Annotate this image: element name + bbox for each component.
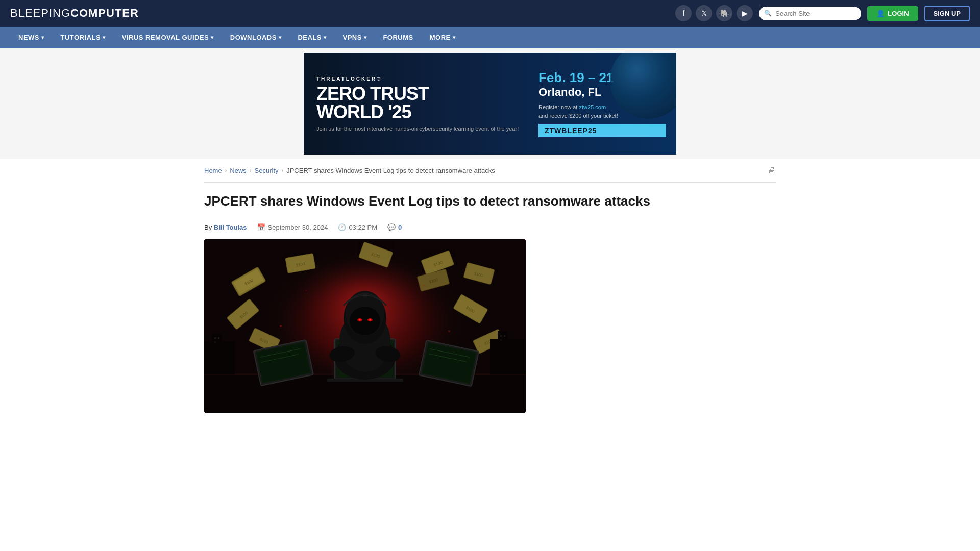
svg-rect-65 [214,337,216,339]
hero-svg: $100 $100 $100 $100 $100 $100 [204,239,526,413]
print-icon[interactable]: 🖨 [768,166,776,175]
nav-downloads[interactable]: DOWNLOADS ▾ [222,27,290,48]
svg-point-51 [369,319,371,320]
logo-bold: COMPUTER [70,7,139,19]
ad-left-section: THREATLOCKER® ZERO TRUST WORLD '25 Join … [304,53,533,155]
svg-rect-67 [214,341,216,343]
ad-banner[interactable]: THREATLOCKER® ZERO TRUST WORLD '25 Join … [304,53,676,155]
search-icon: 🔍 [764,10,772,17]
ad-title: ZERO TRUST WORLD '25 [316,85,521,121]
chevron-down-icon: ▾ [211,35,214,40]
svg-rect-69 [504,335,505,337]
mastodon-icon[interactable]: 🐘 [716,5,732,21]
ad-brand-text: THREATLOCKER® [316,76,382,82]
nav-virus-removal[interactable]: VIRUS REMOVAL GUIDES ▾ [114,27,222,48]
svg-point-58 [255,351,256,352]
facebook-icon[interactable]: f [675,5,692,21]
search-box: 🔍 [759,7,861,20]
nav-news[interactable]: NEWS ▾ [10,27,53,48]
ad-promo-code: ZTWBLEEP25 [538,124,666,137]
breadcrumb-sep-1: › [225,167,227,173]
breadcrumb-sep-2: › [250,167,252,173]
ad-title-line1: ZERO TRUST [316,85,521,103]
calendar-icon: 📅 [257,223,265,231]
nav-deals[interactable]: DEALS ▾ [289,27,334,48]
nav-more[interactable]: MORE ▾ [422,27,464,48]
header-right: f 𝕏 🐘 ▶ 🔍 👤 LOGIN SIGN UP [675,5,970,21]
article-date: 📅 September 30, 2024 [257,223,328,231]
article-meta: By Bill Toulas 📅 September 30, 2024 🕐 03… [204,218,776,239]
site-header: BLEEPINGCOMPUTER f 𝕏 🐘 ▶ 🔍 👤 LOGIN SIGN … [0,0,980,27]
user-icon: 👤 [876,10,885,17]
clock-icon: 🕐 [338,223,346,231]
svg-rect-63 [498,331,508,374]
article-author: By Bill Toulas [204,223,247,231]
social-icons: f 𝕏 🐘 ▶ [675,5,753,21]
article-hero-image: $100 $100 $100 $100 $100 $100 [204,239,526,413]
ad-title-line2: WORLD '25 [316,103,521,121]
main-nav: NEWS ▾ TUTORIALS ▾ VIRUS REMOVAL GUIDES … [0,27,980,48]
svg-point-56 [306,289,307,291]
svg-point-54 [280,325,282,327]
site-logo[interactable]: BLEEPINGCOMPUTER [10,7,139,20]
nav-forums[interactable]: FORUMS [375,27,421,48]
svg-rect-61 [212,334,222,374]
chevron-down-icon: ▾ [453,35,456,40]
svg-point-55 [448,330,450,332]
breadcrumb-sep-3: › [282,167,284,173]
breadcrumb-left: Home › News › Security › JPCERT shares W… [204,167,495,174]
svg-rect-70 [500,339,502,341]
content-wrapper: Home › News › Security › JPCERT shares W… [194,159,786,413]
breadcrumb-current: JPCERT shares Windows Event Log tips to … [286,167,495,174]
chevron-down-icon: ▾ [103,35,106,40]
chevron-down-icon: ▾ [41,35,44,40]
ad-right-section: Feb. 19 – 21 Orlando, FL Register now at… [533,53,676,155]
ad-register-link[interactable]: ztw25.com [579,104,606,110]
svg-point-59 [479,346,480,347]
svg-rect-68 [500,335,502,337]
article-title: JPCERT shares Windows Event Log tips to … [204,193,776,210]
article-comments[interactable]: 💬 0 [387,223,402,231]
chevron-down-icon: ▾ [364,35,367,40]
chevron-down-icon: ▾ [279,35,282,40]
ad-banner-container: THREATLOCKER® ZERO TRUST WORLD '25 Join … [0,48,980,159]
ad-join-text: Join us for the most interactive hands-o… [316,126,521,132]
nav-tutorials[interactable]: TUTORIALS ▾ [53,27,114,48]
search-input[interactable] [759,7,861,20]
svg-point-47 [350,307,380,335]
breadcrumb-home[interactable]: Home [204,167,222,174]
svg-point-57 [423,284,425,286]
logo-light: BLEEPING [10,7,70,19]
svg-point-50 [359,319,361,320]
youtube-icon[interactable]: ▶ [737,5,753,21]
svg-rect-66 [218,337,219,339]
breadcrumb: Home › News › Security › JPCERT shares W… [204,159,776,183]
chevron-down-icon: ▾ [324,35,327,40]
ad-brand: THREATLOCKER® [316,76,521,82]
signup-button[interactable]: SIGN UP [924,6,970,21]
login-button[interactable]: 👤 LOGIN [867,6,918,21]
author-link[interactable]: Bill Toulas [214,223,247,231]
nav-vpns[interactable]: VPNS ▾ [335,27,375,48]
twitter-icon[interactable]: 𝕏 [696,5,712,21]
breadcrumb-news[interactable]: News [230,167,247,174]
comment-icon: 💬 [387,223,396,231]
article-time: 🕐 03:22 PM [338,223,377,231]
svg-rect-64 [508,341,516,374]
breadcrumb-security[interactable]: Security [255,167,279,174]
